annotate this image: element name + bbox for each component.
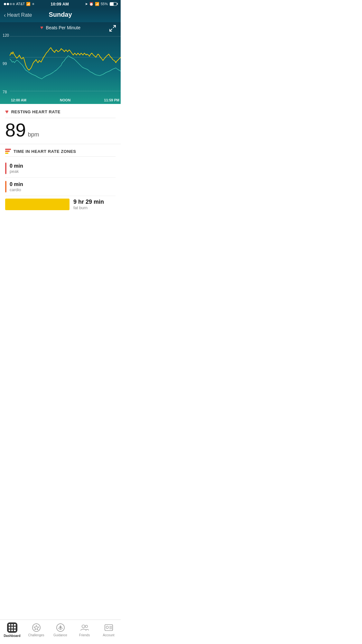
svg-line-0 (110, 29, 112, 31)
main-content: ♥ RESTING HEART RATE 89 bpm TIME IN HEAR… (0, 104, 121, 243)
resting-heart-icon: ♥ (5, 108, 9, 115)
status-time: 10:09 AM (51, 2, 69, 6)
battery-icon (110, 2, 117, 6)
zone-fat-burn: 9 hr 29 min fat burn (5, 196, 116, 213)
y-label-99: 99 (3, 61, 9, 66)
fat-burn-zone-name: fat burn (73, 205, 104, 210)
cardio-zone-indicator (5, 181, 6, 192)
page-title: Sunday (49, 11, 72, 18)
battery-fill (110, 3, 114, 5)
zones-icon (5, 149, 11, 154)
peak-zone-info: 0 min peak (10, 163, 23, 174)
fat-burn-zone-info: 9 hr 29 min fat burn (73, 199, 104, 210)
cardio-zone-name: cardio (10, 187, 23, 192)
battery-tip (117, 3, 118, 5)
status-right: ➤ ⏰ 📶 55% (85, 2, 117, 6)
peak-zone-name: peak (10, 169, 23, 174)
hr-zones-header: TIME IN HEART RATE ZONES (5, 149, 116, 157)
back-label: Heart Rate (7, 12, 32, 18)
signal-dot-4 (13, 3, 15, 5)
signal-dots (4, 3, 15, 5)
alarm-icon: ⏰ (89, 2, 94, 6)
zone-peak: 0 min peak (5, 159, 116, 178)
chart-legend-label: Beats Per Minute (46, 25, 80, 30)
hr-zones-title: TIME IN HEART RATE ZONES (14, 149, 76, 154)
resting-heart-rate-section: ♥ RESTING HEART RATE 89 bpm (0, 104, 121, 144)
heart-rate-chart-area: ♥ Beats Per Minute 120 99 78 12:00 AM (0, 22, 121, 104)
hr-zones-section: TIME IN HEART RATE ZONES 0 min peak 0 mi… (0, 144, 121, 217)
status-left: AT&T 📶 ✳ (4, 2, 34, 6)
back-button[interactable]: ‹ Heart Rate (4, 12, 32, 18)
expand-button[interactable] (109, 25, 116, 33)
heart-icon: ♥ (40, 25, 43, 31)
bluetooth-icon: 📶 (95, 2, 99, 6)
svg-line-1 (113, 25, 116, 28)
y-label-78: 78 (3, 90, 9, 94)
x-label-start: 12:00 AM (11, 98, 26, 102)
signal-dot-1 (4, 3, 6, 5)
resting-hr-unit: bpm (28, 131, 39, 138)
page-header: ‹ Heart Rate Sunday (0, 8, 121, 22)
cardio-zone-info: 0 min cardio (10, 182, 23, 192)
battery-percent: 55% (101, 2, 108, 6)
signal-dot-3 (10, 3, 12, 5)
cardio-zone-value: 0 min (10, 182, 23, 187)
chart-wrapper: 120 99 78 12:00 AM NOON 11:59 PM (0, 33, 121, 104)
y-label-120: 120 (3, 33, 9, 38)
status-bar: AT&T 📶 ✳ 10:09 AM ➤ ⏰ 📶 55% (0, 0, 121, 8)
x-label-end: 11:59 PM (104, 98, 119, 102)
wifi-icon: 📶 (26, 2, 31, 6)
signal-dot-2 (7, 3, 9, 5)
carrier-label: AT&T (16, 2, 25, 6)
fat-burn-zone-value: 9 hr 29 min (73, 199, 104, 205)
chart-legend: ♥ Beats Per Minute (0, 25, 121, 31)
zone-cardio: 0 min cardio (5, 178, 116, 196)
chart-y-labels: 120 99 78 (3, 33, 9, 94)
fat-burn-zone-bar (5, 199, 70, 210)
peak-zone-value: 0 min (10, 163, 23, 169)
loading-icon: ✳ (32, 2, 34, 6)
resting-hr-header: ♥ RESTING HEART RATE (5, 108, 116, 118)
location-icon: ➤ (85, 2, 88, 6)
back-chevron-icon: ‹ (4, 12, 6, 18)
chart-x-labels: 12:00 AM NOON 11:59 PM (10, 98, 121, 102)
x-label-noon: NOON (60, 98, 70, 102)
resting-hr-value: 89 bpm (5, 121, 116, 139)
resting-hr-title: RESTING HEART RATE (11, 109, 60, 114)
chart-svg (10, 33, 121, 94)
resting-hr-number: 89 (5, 121, 26, 139)
peak-zone-indicator (5, 163, 6, 174)
